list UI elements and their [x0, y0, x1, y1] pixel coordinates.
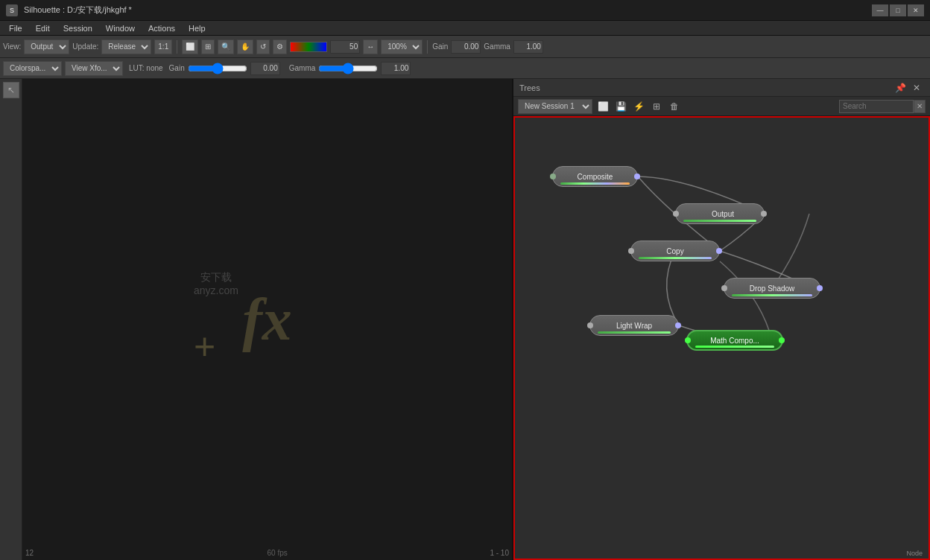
watermark: 安下载anyz.com: [194, 271, 238, 296]
node-light-wrap-right-port: [675, 322, 681, 328]
node-drop-shadow-right-port: [817, 285, 823, 291]
refresh-button[interactable]: ↺: [256, 39, 270, 54]
node-copy-label: Copy: [666, 247, 683, 255]
node-output-left-port: [673, 211, 679, 217]
menu-session[interactable]: Session: [57, 22, 98, 34]
zoom-11-button[interactable]: 1:1: [154, 39, 172, 54]
trees-toolbar: New Session 1 ⬜ 💾 ⚡ ⊞ 🗑 ✕: [513, 97, 930, 116]
trees-close-button[interactable]: ✕: [909, 80, 924, 95]
node-math-composite-label: Math Compo...: [710, 337, 759, 345]
color-bar: [290, 42, 327, 52]
view-select[interactable]: Output: [24, 39, 69, 54]
menu-help[interactable]: Help: [183, 22, 212, 34]
colorspace-select[interactable]: Colorspa...: [3, 61, 62, 76]
node-output[interactable]: Output: [675, 203, 765, 224]
search-clear-button[interactable]: ✕: [914, 100, 926, 113]
minimize-button[interactable]: —: [872, 4, 888, 16]
zoom-percent-select[interactable]: 100%: [381, 39, 423, 54]
session-select[interactable]: New Session 1: [518, 99, 592, 114]
node-math-composite-left-port: [685, 337, 691, 343]
node-math-composite[interactable]: Math Compo...: [686, 330, 783, 351]
node-copy[interactable]: Copy: [630, 241, 720, 261]
menu-actions[interactable]: Actions: [142, 22, 181, 34]
fps-overlay: 60 fps: [268, 549, 288, 557]
gamma-value-input[interactable]: [381, 62, 411, 75]
update-select[interactable]: Release: [101, 39, 151, 54]
node-graph[interactable]: Composite Output Copy Drop Sh: [513, 116, 930, 560]
node-composite-label: Composite: [578, 173, 613, 181]
viewxfo-select[interactable]: View Xfo...: [65, 61, 123, 76]
viewport: fx + 安下载anyz.com 12 60 fps 1 - 10: [22, 79, 513, 560]
node-output-label: Output: [712, 210, 734, 218]
app-icon: S: [6, 4, 18, 16]
color-mode-button[interactable]: ↔: [363, 39, 378, 54]
viewport-overlay: 1 - 10: [490, 549, 509, 557]
gain-value-input[interactable]: [250, 62, 280, 75]
gamma-slider[interactable]: [318, 62, 378, 75]
maximize-button[interactable]: □: [890, 4, 906, 16]
view-mode-button[interactable]: ⊞: [201, 39, 215, 54]
window-title: Silhouette : D:/安下载/jhkghf *: [24, 4, 866, 16]
menu-bar: File Edit Session Window Actions Help: [0, 21, 930, 36]
node-output-right-port: [761, 211, 767, 217]
hand-tool-button[interactable]: ✋: [237, 39, 253, 54]
main-toolbar: View: Output Update: Release 1:1 ⬜ ⊞ 🔍 ✋…: [0, 36, 930, 58]
trees-title: Trees: [519, 83, 540, 92]
zoom-in-button[interactable]: 🔍: [218, 39, 234, 54]
window-controls: — □ ✕: [872, 4, 924, 16]
frame-number: 12: [25, 549, 34, 557]
node-panel-label: Node: [906, 550, 923, 557]
gamma-label2: Gamma: [289, 64, 316, 72]
session-flash-button[interactable]: ⚡: [631, 99, 646, 114]
separator: [177, 40, 177, 54]
select-tool-button[interactable]: ↖: [3, 82, 19, 98]
gain-input[interactable]: [451, 40, 481, 54]
node-composite-left-port: [550, 174, 556, 179]
node-light-wrap-left-port: [587, 322, 593, 328]
update-label: Update:: [72, 42, 98, 51]
menu-edit[interactable]: Edit: [30, 22, 56, 34]
node-light-wrap[interactable]: Light Wrap: [589, 315, 679, 336]
node-drop-shadow-bar: [732, 294, 812, 296]
session-save-button[interactable]: 💾: [613, 99, 628, 114]
close-button[interactable]: ✕: [908, 4, 924, 16]
node-math-composite-right-port: [779, 337, 785, 343]
node-copy-left-port: [628, 248, 634, 254]
trees-search-input[interactable]: [839, 100, 914, 113]
menu-window[interactable]: Window: [100, 22, 141, 34]
secondary-toolbar: Colorspa... View Xfo... LUT: none Gain G…: [0, 58, 930, 79]
plus-icon: +: [194, 325, 215, 368]
left-tool-panel: ↖: [0, 79, 22, 560]
node-composite-right-port: [634, 174, 640, 179]
node-copy-right-port: [716, 248, 722, 254]
main-layout: ↖ fx + 安下载anyz.com 12 60 fps 1 - 10 Tree…: [0, 79, 930, 560]
node-drop-shadow[interactable]: Drop Shadow: [724, 278, 820, 299]
settings-button[interactable]: ⚙: [273, 39, 287, 54]
view-label: View:: [3, 42, 21, 51]
lut-label: LUT: none: [129, 64, 163, 72]
view-fit-button[interactable]: ⬜: [182, 39, 198, 54]
gamma-label: Gamma: [484, 42, 510, 51]
node-composite[interactable]: Composite: [552, 166, 638, 187]
node-light-wrap-bar: [598, 331, 671, 334]
title-bar: S Silhouette : D:/安下载/jhkghf * — □ ✕: [0, 0, 930, 21]
gain-label2: Gain: [169, 64, 185, 72]
node-output-bar: [683, 220, 756, 222]
gamma-input[interactable]: [513, 40, 543, 54]
node-drop-shadow-left-port: [721, 285, 727, 291]
node-copy-bar: [639, 257, 712, 259]
fx-logo: fx: [242, 286, 292, 354]
node-composite-bar: [560, 182, 630, 185]
session-new-button[interactable]: ⬜: [595, 99, 610, 114]
gain-slider[interactable]: [188, 62, 247, 75]
search-box: ✕: [839, 100, 926, 113]
trees-header-controls: 📌 ✕: [893, 80, 924, 95]
session-delete-button[interactable]: 🗑: [667, 99, 682, 114]
trees-panel: Trees 📌 ✕ New Session 1 ⬜ 💾 ⚡ ⊞ 🗑 ✕: [513, 79, 930, 560]
trees-pin-button[interactable]: 📌: [893, 80, 908, 95]
gain-label: Gain: [432, 42, 448, 51]
session-copy-button[interactable]: ⊞: [649, 99, 664, 114]
menu-file[interactable]: File: [3, 22, 28, 34]
viewport-content: fx + 安下载anyz.com 12 60 fps 1 - 10: [22, 79, 512, 560]
color-value-input[interactable]: [330, 40, 360, 54]
